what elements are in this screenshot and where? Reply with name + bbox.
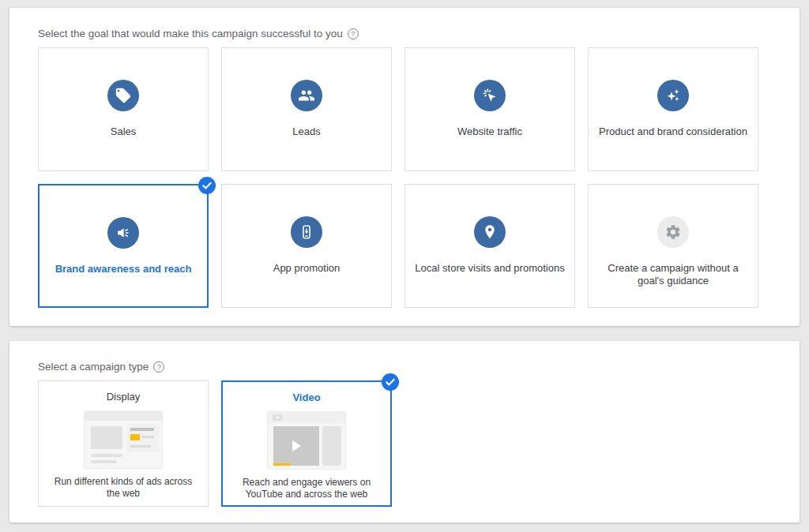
goal-card-label: Brand awareness and reach	[54, 263, 194, 275]
goal-card-label: Create a campaign without a goal's guida…	[600, 262, 747, 287]
thumb-header-bar	[85, 411, 162, 421]
campaign-type-header: Select a campaign type ?	[38, 361, 164, 373]
campaign-type-grid: Display Run different kinds of ads acros…	[38, 380, 392, 507]
goal-card-label: Website traffic	[456, 126, 524, 138]
type-card-title: Video	[292, 392, 320, 403]
people-icon	[291, 80, 322, 111]
goal-card-website-traffic[interactable]: Website traffic	[404, 47, 575, 171]
thumb-ad-highlight	[130, 434, 140, 440]
help-icon[interactable]: ?	[153, 362, 164, 373]
sparkles-icon	[657, 80, 689, 111]
help-icon[interactable]: ?	[348, 28, 359, 39]
display-ad-thumbnail	[84, 410, 163, 469]
thumb-ad-panel	[127, 424, 159, 452]
goal-card-brand-awareness[interactable]: Brand awareness and reach	[38, 184, 209, 308]
play-chip-icon	[273, 414, 283, 421]
type-card-video[interactable]: Video Reach and engage viewers on YouTub…	[221, 380, 392, 507]
phone-download-icon	[291, 216, 322, 248]
campaign-type-title: Select a campaign type	[38, 361, 149, 373]
goal-card-sales[interactable]: Sales	[38, 47, 209, 171]
play-icon	[292, 440, 301, 451]
video-ad-thumbnail	[267, 411, 346, 470]
goal-card-no-goal-guidance[interactable]: Create a campaign without a goal's guida…	[588, 184, 758, 308]
map-pin-icon	[474, 216, 506, 248]
goal-card-grid: Sales Leads W	[38, 47, 758, 308]
goal-card-label: Leads	[291, 126, 322, 138]
goal-card-product-brand-consideration[interactable]: Product and brand consideration	[588, 47, 758, 171]
goal-card-label: App promotion	[272, 262, 342, 275]
speaker-icon	[107, 217, 139, 249]
tag-icon	[107, 80, 139, 111]
gear-icon	[657, 216, 689, 248]
goal-card-label: Sales	[109, 126, 138, 138]
cursor-click-icon	[474, 80, 506, 111]
goal-card-app-promotion[interactable]: App promotion	[221, 184, 392, 308]
goal-card-label: Local store visits and promotions	[413, 262, 566, 275]
goal-card-local-store-visits[interactable]: Local store visits and promotions	[404, 184, 575, 308]
thumb-image-block	[91, 426, 122, 449]
thumb-sidebar	[322, 426, 341, 466]
progress-bar	[273, 463, 291, 466]
type-card-description: Reach and engage viewers on YouTube and …	[225, 477, 388, 500]
video-player-area	[273, 426, 319, 466]
selected-check-icon	[198, 177, 216, 194]
goal-section-header: Select the goal that would make this cam…	[38, 28, 359, 39]
goal-card-label: Product and brand consideration	[597, 126, 749, 138]
goal-section-title: Select the goal that would make this cam…	[38, 28, 343, 39]
type-card-description: Run different kinds of ads across the we…	[42, 476, 205, 500]
goal-card-leads[interactable]: Leads	[221, 47, 392, 171]
type-card-display[interactable]: Display Run different kinds of ads acros…	[38, 380, 209, 507]
type-card-title: Display	[107, 391, 141, 403]
campaign-type-panel: Select a campaign type ? Display Run dif…	[9, 341, 800, 523]
goal-selection-panel: Select the goal that would make this cam…	[9, 8, 800, 326]
selected-check-icon	[382, 373, 399, 391]
